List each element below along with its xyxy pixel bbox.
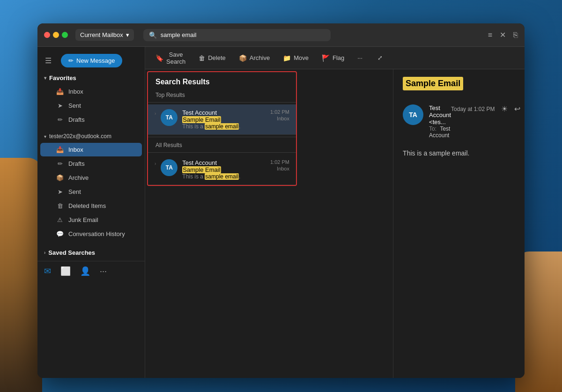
- message-content-top: Test Account Sample Email This is a samp…: [182, 109, 266, 130]
- sidebar-item-label: Sent: [68, 102, 81, 109]
- search-input[interactable]: [161, 31, 325, 38]
- message-content-all: Test Account Sample Email This is a samp…: [182, 159, 266, 180]
- all-results-label: All Results: [148, 139, 296, 150]
- sidebar-item-label: Conversation History: [68, 230, 125, 237]
- archive-toolbar-icon: 📦: [239, 54, 247, 62]
- filter-icon[interactable]: ≡: [488, 31, 492, 39]
- sidebar-item-archive[interactable]: 📦 Archive: [40, 171, 142, 185]
- close-icon[interactable]: ✕: [500, 30, 506, 39]
- message-sender: Test Account: [182, 109, 266, 116]
- calendar-nav-icon[interactable]: ⬜: [60, 266, 71, 276]
- more-nav-icon[interactable]: ···: [100, 266, 107, 276]
- sidebar-item-label: Drafts: [68, 160, 85, 167]
- archive-button[interactable]: 📦 Archive: [233, 52, 275, 65]
- message-subject: Sample Email: [182, 116, 266, 123]
- move-label: Move: [294, 54, 309, 61]
- saved-searches-header[interactable]: › Saved Searches: [37, 246, 145, 259]
- drafts-icon: ✏: [56, 116, 64, 123]
- expand-icon[interactable]: ⤢: [372, 52, 388, 64]
- delete-label: Delete: [208, 54, 226, 61]
- save-search-icon: 🔖: [155, 54, 163, 62]
- sidebar-item-inbox[interactable]: 📥 Inbox: [40, 143, 142, 156]
- avatar-initials: TA: [166, 114, 173, 121]
- trash-icon: 🗑: [56, 202, 64, 209]
- more-button[interactable]: ···: [352, 52, 368, 64]
- results-divider-mid: [148, 137, 296, 137]
- archive-label: Archive: [250, 54, 270, 61]
- people-nav-icon[interactable]: 👤: [80, 266, 90, 276]
- save-search-label: Save Search: [166, 51, 185, 65]
- delete-icon: 🗑: [199, 54, 205, 62]
- move-button[interactable]: 📁 Move: [277, 52, 314, 65]
- new-message-label: New Message: [76, 57, 115, 64]
- sidebar: ☰ ✏ New Message ▾ Favorites 📥 Inbox ➤: [37, 47, 145, 378]
- favorites-chevron-icon: ▾: [44, 75, 46, 81]
- sidebar-item-deleted[interactable]: 🗑 Deleted Items: [40, 199, 142, 213]
- sidebar-item-conversation-history[interactable]: 💬 Conversation History: [40, 227, 142, 241]
- compose-icon: ✏: [68, 57, 74, 64]
- account-header[interactable]: ▾ tester202x@outlook.com: [37, 130, 145, 142]
- mailbox-selector[interactable]: Current Mailbox ▾: [75, 29, 134, 41]
- brightness-icon[interactable]: ☀: [501, 104, 508, 113]
- results-divider-top: [148, 102, 296, 103]
- subject-highlight-all: Sample Email: [182, 166, 221, 173]
- inbox-icon: 📥: [56, 88, 64, 95]
- sidebar-item-label: Inbox: [68, 146, 83, 153]
- favorites-section: ▾ Favorites 📥 Inbox ➤ Sent ✏ Drafts: [37, 72, 145, 126]
- email-subject: Sample Email: [403, 77, 463, 90]
- message-folder: Inbox: [270, 116, 289, 121]
- message-folder-all: Inbox: [270, 166, 289, 171]
- message-list-panel: Search Results Top Results › TA Test Acc…: [147, 71, 297, 186]
- delete-button[interactable]: 🗑 Delete: [193, 52, 231, 65]
- app-window: Current Mailbox ▾ 🔍 ≡ ✕ ⎘ ☰ ✏ New Messag…: [37, 23, 525, 378]
- email-body: This is a sample email.: [403, 148, 525, 158]
- reply-icon[interactable]: ↩: [514, 104, 520, 113]
- email-header: TA Test Account <tes... To: Test Account: [403, 104, 525, 139]
- email-sender-name: Test Account <tes...: [429, 104, 451, 126]
- preview-highlight: sample email: [205, 123, 239, 130]
- to-label: To:: [429, 126, 436, 132]
- close-button[interactable]: [44, 32, 50, 38]
- flag-button[interactable]: 🚩 Flag: [316, 52, 350, 65]
- sidebar-item-sent[interactable]: ➤ Sent: [40, 185, 142, 199]
- account-chevron-icon: ▾: [44, 134, 46, 139]
- message-preview: This is a sample email.: [182, 123, 266, 130]
- maximize-button[interactable]: [62, 32, 68, 38]
- sidebar-toggle-icon[interactable]: ☰: [42, 53, 54, 68]
- junk-icon: ⚠: [56, 216, 64, 223]
- sidebar-item-label: Drafts: [68, 116, 85, 123]
- compose-icon[interactable]: ⎘: [513, 31, 518, 39]
- search-results-title: Search Results: [155, 78, 210, 86]
- top-results-text: Top Results: [155, 92, 185, 98]
- subject-highlight: Sample Email: [182, 116, 221, 123]
- history-icon: 💬: [56, 230, 64, 237]
- sidebar-item-drafts[interactable]: ✏ Drafts: [40, 157, 142, 170]
- reading-pane-toolbar: ⤢: [393, 47, 525, 69]
- message-sender-all: Test Account: [182, 159, 266, 166]
- sidebar-item-label: Sent: [68, 188, 81, 195]
- inbox-icon: 📥: [56, 146, 64, 153]
- sidebar-item-junk[interactable]: ⚠ Junk Email: [40, 213, 142, 227]
- message-item-all[interactable]: › TA Test Account Sample Email This is a…: [148, 155, 296, 185]
- minimize-button[interactable]: [53, 32, 59, 38]
- sidebar-item-favorites-inbox[interactable]: 📥 Inbox: [40, 85, 142, 98]
- account-email: tester202x@outlook.com: [49, 133, 111, 140]
- save-search-button[interactable]: 🔖 Save Search: [150, 48, 191, 68]
- new-message-button[interactable]: ✏ New Message: [61, 54, 122, 67]
- favorites-label: Favorites: [49, 74, 76, 81]
- reading-pane-actions: ☀ ↩ ↩↩ ↪: [501, 104, 525, 113]
- mail-nav-icon[interactable]: ✉: [44, 266, 51, 276]
- message-item-top[interactable]: › TA Test Account Sample Email This is a…: [148, 104, 296, 135]
- content-area: 🔖 Save Search 🗑 Delete 📦 Archive 📁 Move: [145, 47, 525, 378]
- sidebar-item-favorites-sent[interactable]: ➤ Sent: [40, 99, 142, 112]
- sidebar-item-favorites-drafts[interactable]: ✏ Drafts: [40, 113, 142, 126]
- favorites-header[interactable]: ▾ Favorites: [37, 72, 145, 84]
- chevron-right-icon-all: ›: [155, 161, 156, 166]
- saved-searches-section: › Saved Searches: [37, 246, 145, 259]
- message-subject-all: Sample Email: [182, 166, 266, 173]
- message-meta-all: 1:02 PM Inbox: [270, 159, 289, 171]
- flag-icon: 🚩: [322, 54, 330, 62]
- title-bar: Current Mailbox ▾ 🔍 ≡ ✕ ⎘: [37, 23, 525, 47]
- account-section: ▾ tester202x@outlook.com 📥 Inbox ✏ Draft…: [37, 130, 145, 241]
- top-results-label: Top Results: [148, 89, 296, 100]
